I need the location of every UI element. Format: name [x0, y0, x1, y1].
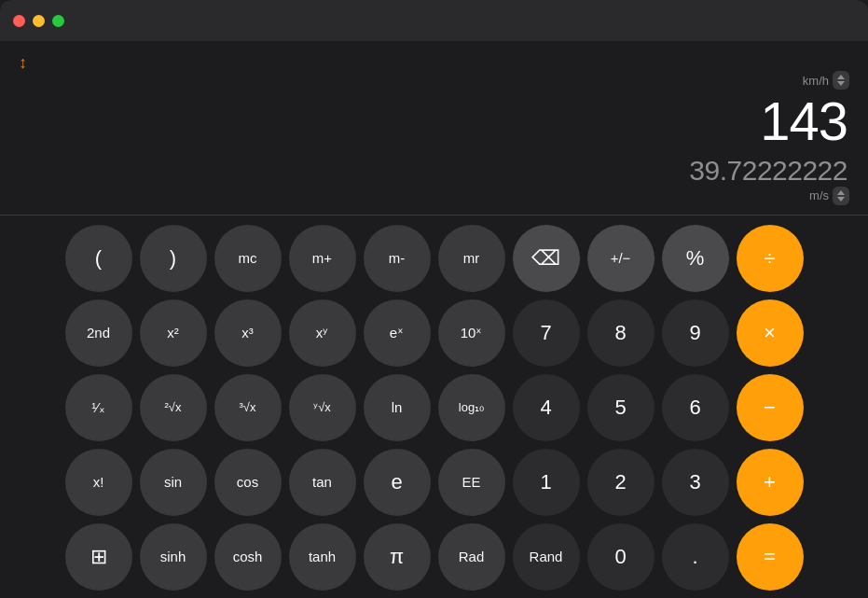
btn-cube[interactable]: x³ [214, 299, 282, 367]
btn-rand[interactable]: Rand [513, 523, 580, 591]
btn-close-paren[interactable]: ) [140, 225, 207, 292]
main-display: 143 [19, 91, 849, 151]
btn-sqrt[interactable]: ²√x [140, 374, 207, 441]
svg-marker-0 [837, 75, 845, 79]
keypad: ()mcm+m-mr⌫+/−%÷2ndx²x³xʸeˣ10ˣ789×¹⁄ₓ²√x… [0, 216, 868, 598]
btn-square[interactable]: x² [140, 299, 207, 367]
maximize-button[interactable] [52, 15, 64, 27]
btn-open-paren[interactable]: ( [65, 225, 132, 292]
key-row-row3: ¹⁄ₓ²√x³√xʸ√xlnlog₁₀456− [11, 374, 857, 441]
btn-equals[interactable]: = [737, 523, 804, 591]
btn-reciprocal[interactable]: ¹⁄ₓ [65, 374, 132, 441]
svg-marker-1 [837, 81, 845, 86]
btn-backspace[interactable]: ⌫ [513, 225, 580, 292]
btn-two[interactable]: 2 [587, 449, 654, 516]
btn-ee[interactable]: EE [438, 449, 505, 516]
btn-four[interactable]: 4 [513, 374, 580, 441]
secondary-unit-label: m/s [809, 188, 829, 202]
btn-exp-x[interactable]: eˣ [364, 299, 431, 367]
btn-multiply[interactable]: × [737, 299, 804, 367]
key-row-row5: ⊞sinhcoshtanhπRadRand0.= [11, 523, 857, 591]
btn-ln[interactable]: ln [364, 374, 431, 441]
key-row-row2: 2ndx²x³xʸeˣ10ˣ789× [11, 299, 857, 367]
btn-seven[interactable]: 7 [513, 299, 580, 367]
btn-sin[interactable]: sin [140, 449, 207, 516]
btn-six[interactable]: 6 [662, 374, 729, 441]
btn-zero[interactable]: 0 [587, 523, 654, 591]
main-unit-label: km/h [803, 74, 829, 88]
btn-percent[interactable]: % [662, 225, 729, 292]
btn-factorial[interactable]: x! [65, 449, 132, 516]
svg-marker-3 [837, 197, 845, 202]
btn-ten-x[interactable]: 10ˣ [438, 299, 505, 367]
titlebar [0, 0, 868, 41]
btn-sinh[interactable]: sinh [140, 523, 207, 591]
minimize-button[interactable] [33, 15, 45, 27]
btn-convert[interactable]: ⊞ [65, 523, 132, 591]
sort-icon[interactable]: ↕ [19, 54, 849, 71]
secondary-unit-row: m/s [19, 187, 849, 205]
svg-marker-2 [837, 190, 845, 195]
btn-memory-minus[interactable]: m- [364, 225, 431, 292]
secondary-display: 39.72222222 [19, 155, 849, 187]
main-unit-stepper[interactable] [833, 71, 849, 90]
btn-cosh[interactable]: cosh [214, 523, 282, 591]
btn-three[interactable]: 3 [662, 449, 729, 516]
btn-second[interactable]: 2nd [65, 299, 132, 367]
btn-pi[interactable]: π [364, 523, 431, 591]
btn-add[interactable]: + [737, 449, 804, 516]
btn-tan[interactable]: tan [289, 449, 356, 516]
secondary-unit-stepper[interactable] [833, 187, 849, 205]
btn-divide[interactable]: ÷ [737, 225, 804, 292]
main-unit-row: km/h [19, 71, 849, 90]
btn-cbrt[interactable]: ³√x [214, 374, 282, 441]
btn-cos[interactable]: cos [214, 449, 282, 516]
key-row-row1: ()mcm+m-mr⌫+/−%÷ [11, 225, 857, 292]
btn-rad[interactable]: Rad [438, 523, 505, 591]
btn-decimal[interactable]: . [662, 523, 729, 591]
close-button[interactable] [13, 15, 25, 27]
btn-one[interactable]: 1 [513, 449, 580, 516]
btn-memory-recall[interactable]: mr [438, 225, 505, 292]
btn-tanh[interactable]: tanh [289, 523, 356, 591]
btn-subtract[interactable]: − [737, 374, 804, 441]
btn-eight[interactable]: 8 [587, 299, 654, 367]
btn-euler[interactable]: e [364, 449, 431, 516]
display-area: ↕ km/h 143 39.72222222 m/s [0, 41, 868, 215]
btn-plus-minus[interactable]: +/− [587, 225, 654, 292]
btn-nine[interactable]: 9 [662, 299, 729, 367]
key-row-row4: x!sincostaneEE123+ [11, 449, 857, 516]
btn-memory-plus[interactable]: m+ [289, 225, 356, 292]
btn-yroot[interactable]: ʸ√x [289, 374, 356, 441]
btn-power-y[interactable]: xʸ [289, 299, 356, 367]
btn-log10[interactable]: log₁₀ [438, 374, 505, 441]
btn-memory-clear[interactable]: mc [214, 225, 282, 292]
btn-five[interactable]: 5 [587, 374, 654, 441]
